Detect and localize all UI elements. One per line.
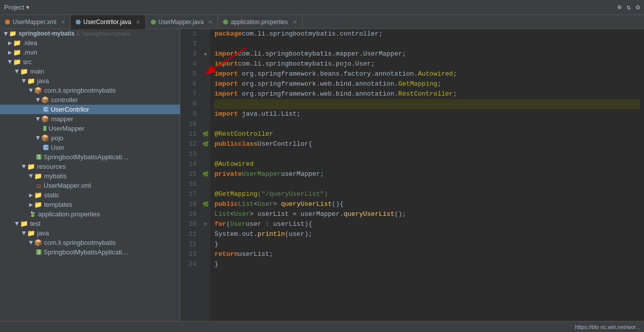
gutter-2 xyxy=(200,39,210,49)
line-number-9: 9 xyxy=(184,109,196,119)
sidebar-path: E:\springboot-mybatis xyxy=(77,31,130,37)
folder-icon: 📁 xyxy=(34,201,42,208)
sidebar-item-mapper[interactable]: ▶📦mapper xyxy=(0,114,180,124)
gutter-22 xyxy=(200,239,210,249)
sidebar-label: test xyxy=(30,220,41,227)
java-interface-icon: I xyxy=(43,126,47,131)
gutter-1 xyxy=(200,29,210,39)
sidebar-item-pojo[interactable]: ▶📦pojo xyxy=(0,133,180,143)
code-line-16 xyxy=(214,179,640,189)
line-number-8: 8 xyxy=(184,99,196,109)
sidebar-label: mapper xyxy=(51,115,73,123)
sidebar-item-com.li.springbootmybatis[interactable]: ▶📦com.li.springbootmybatis xyxy=(0,86,180,95)
code-content: 123456789101112131415161718192021222324 … xyxy=(180,29,644,321)
sidebar-label: controller xyxy=(51,96,78,104)
tab-close-icon[interactable]: ✕ xyxy=(208,19,212,26)
sidebar-label: UserMapper xyxy=(49,125,85,132)
top-icons: ⊕ ⇅ ⚙ xyxy=(617,3,640,12)
tab-application-properties[interactable]: application.properties✕ xyxy=(218,15,302,29)
sidebar-item-templates[interactable]: ▶📁templates xyxy=(0,200,180,209)
tab-close-icon[interactable]: ✕ xyxy=(293,19,297,26)
sidebar-item-UserMapper-java[interactable]: IUserMapper xyxy=(0,124,180,133)
code-line-13 xyxy=(214,149,640,159)
package-icon: 📦 xyxy=(41,96,49,104)
gutter-16 xyxy=(200,179,210,189)
sidebar-item-src[interactable]: ▶📁src xyxy=(0,57,180,67)
tab-label: UserContrllor.java xyxy=(83,19,131,26)
spring-icon: S xyxy=(36,249,42,255)
fold-icon[interactable]: ▽ xyxy=(204,221,207,227)
sidebar-item-UserContrllor[interactable]: CUserContrllor xyxy=(0,105,180,114)
sync-icon[interactable]: ⊕ xyxy=(617,3,621,12)
gutter-5 xyxy=(200,69,210,79)
sidebar-item-mybatis[interactable]: ▶📁mybatis xyxy=(0,171,180,181)
tab-close-icon[interactable]: ✕ xyxy=(61,19,65,26)
sidebar-item-test-com[interactable]: ▶📦com.li.springbootmybatis xyxy=(0,238,180,247)
sort-icon[interactable]: ⇅ xyxy=(626,3,630,12)
sidebar-item-application.properties[interactable]: 🍃application.properties xyxy=(0,209,180,219)
tab-close-icon[interactable]: ✕ xyxy=(136,19,140,26)
sidebar-label: pojo xyxy=(51,134,64,142)
sidebar-label: com.li.springbootmybatis xyxy=(44,239,116,246)
code-line-19: List<User> userList = userMapper.queryUs… xyxy=(214,209,640,219)
line-number-7: 7 xyxy=(184,89,196,99)
settings-icon[interactable]: ⚙ xyxy=(636,3,640,12)
tab-usermapper-java[interactable]: UserMapper.java✕ xyxy=(146,15,219,29)
sidebar-item-User[interactable]: CUser xyxy=(0,143,180,152)
gutter-13 xyxy=(200,149,210,159)
folder-icon: 📁 xyxy=(27,77,35,85)
sidebar-label: SpringbootMybatisApplicati… xyxy=(44,153,129,161)
sidebar-item-UserMapper-xml[interactable]: 🗂UserMapper.xml xyxy=(0,181,180,190)
sidebar-item-resources[interactable]: ▶📁resources xyxy=(0,162,180,171)
sidebar-label: SpringbootMybatisApplicati… xyxy=(44,248,129,256)
sidebar-item-static[interactable]: ▶📁static xyxy=(0,190,180,200)
code-line-1: package com.li.springbootmybatis.control… xyxy=(214,29,640,39)
sidebar-label: com.li.springbootmybatis xyxy=(44,87,116,94)
project-dropdown[interactable]: Project ▾ xyxy=(4,4,30,11)
sidebar-item-mvn[interactable]: ▶📁.mvn xyxy=(0,48,180,57)
arrow-icon: ▶ xyxy=(36,117,41,121)
tab-usermapper-xml[interactable]: UserMapper.xml✕ xyxy=(0,15,71,29)
arrow-icon: ▶ xyxy=(8,60,13,64)
sidebar-item-main[interactable]: ▶📁main xyxy=(0,67,180,76)
code-line-18: public List<User> queryUserList(){ xyxy=(214,199,640,209)
gutter-9 xyxy=(200,109,210,119)
folder-icon: 📁 xyxy=(20,220,28,227)
gutter-24 xyxy=(200,259,210,269)
tab-label: application.properties xyxy=(231,19,288,26)
sidebar-label: static xyxy=(44,191,59,199)
package-icon: 📦 xyxy=(41,134,49,142)
sidebar-item-test-java[interactable]: ▶📁java xyxy=(0,228,180,238)
code-line-9: import java.util.List; xyxy=(214,109,640,119)
arrow-icon: ▶ xyxy=(15,222,20,226)
sidebar-item-test[interactable]: ▶📁test xyxy=(0,219,180,228)
folder-icon: 📁 xyxy=(27,229,35,237)
gutter-14 xyxy=(200,159,210,169)
sidebar-label: application.properties xyxy=(38,210,100,218)
line-number-17: 17 xyxy=(184,189,196,199)
tabs-bar: UserMapper.xml✕UserContrllor.java✕UserMa… xyxy=(0,15,644,29)
gutter-3: ● xyxy=(200,49,210,59)
tab-usercontrllor-java[interactable]: UserContrllor.java✕ xyxy=(71,15,145,29)
gutter-15: 🌿 xyxy=(200,169,210,179)
package-icon: 📦 xyxy=(34,87,42,94)
top-bar: Project ▾ ⊕ ⇅ ⚙ xyxy=(0,0,644,15)
java-class-icon: C xyxy=(43,145,49,150)
sidebar-item-SpringbootMybatisApplication2[interactable]: SSpringbootMybatisApplicati… xyxy=(0,247,180,257)
xml-icon: 🗂 xyxy=(36,183,42,189)
project-label: Project xyxy=(4,4,24,11)
dropdown-arrow-icon: ▾ xyxy=(26,4,30,11)
sidebar-item-java[interactable]: ▶📁java xyxy=(0,76,180,86)
code-line-10 xyxy=(214,119,640,129)
line-number-13: 13 xyxy=(184,149,196,159)
gutter-21 xyxy=(200,229,210,239)
code-line-8 xyxy=(214,99,640,109)
folder-icon: 📁 xyxy=(13,39,21,47)
props-icon: 🍃 xyxy=(29,211,36,217)
sidebar-item-controller[interactable]: ▶📦controller xyxy=(0,95,180,105)
sidebar-item-springboot-mybatis[interactable]: ▶📁springboot-mybatisE:\springboot-mybati… xyxy=(0,29,180,38)
line-number-21: 21 xyxy=(184,229,196,239)
sidebar-item-SpringbootMybatisApplication[interactable]: SSpringbootMybatisApplicati… xyxy=(0,152,180,162)
folder-icon: 📁 xyxy=(34,191,42,199)
sidebar-item-idea[interactable]: ▶📁.idea xyxy=(0,38,180,48)
